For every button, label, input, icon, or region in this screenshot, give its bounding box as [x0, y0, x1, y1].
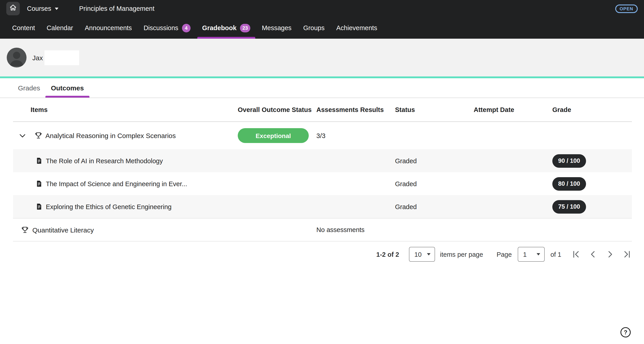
pager-controls [571, 250, 632, 259]
chevron-down-icon [536, 253, 540, 255]
student-header: Jax [0, 39, 644, 77]
last-page-button[interactable] [622, 250, 632, 259]
chevron-down-icon[interactable] [17, 132, 28, 139]
gradebook-tabs: Grades Outcomes [0, 78, 644, 98]
nav-item-discussions[interactable]: Discussions 4 [138, 17, 196, 39]
outcome-row: Quantitative Literacy No assessments [13, 219, 632, 241]
trophy-icon [34, 132, 42, 139]
document-icon [36, 157, 43, 165]
chevron-down-icon [55, 8, 58, 10]
pagination-bar: 1-2 of 2 10 items per page Page 1 of 1 [13, 241, 632, 262]
course-title: Principles of Management [79, 5, 154, 12]
grade-badge: 80 / 100 [552, 177, 586, 190]
assessment-row: The Impact of Science and Engineering in… [13, 172, 632, 195]
table-header-row: Items Overall Outcome Status Assessments… [13, 98, 632, 122]
assessment-status: Graded [395, 180, 474, 187]
document-icon [36, 180, 43, 188]
gradebook-count-badge: 23 [240, 24, 250, 32]
items-per-page-label: items per page [440, 251, 483, 258]
teal-divider [0, 77, 644, 78]
nav-item-groups[interactable]: Groups [297, 17, 330, 39]
assessment-row: Exploring the Ethics of Genetic Engineer… [13, 195, 632, 219]
avatar [7, 48, 26, 68]
assessment-title: The Impact of Science and Engineering in… [46, 180, 187, 187]
outcomes-table: Items Overall Outcome Status Assessments… [13, 98, 632, 241]
assessment-row: The Role of AI in Research Methodology G… [13, 149, 632, 172]
previous-page-button[interactable] [588, 250, 598, 259]
home-icon [10, 4, 17, 13]
col-header-overall-outcome-status: Overall Outcome Status [238, 106, 316, 113]
outcome-status-badge: Exceptional [238, 128, 309, 143]
page-label: Page [496, 251, 512, 258]
discussions-count-badge: 4 [182, 24, 190, 32]
outcome-title: Analytical Reasoning in Complex Scenario… [46, 132, 176, 139]
nav-item-messages[interactable]: Messages [256, 17, 297, 39]
tab-outcomes[interactable]: Outcomes [46, 78, 89, 98]
tab-grades[interactable]: Grades [12, 78, 46, 98]
outcome-row: Analytical Reasoning in Complex Scenario… [13, 122, 632, 149]
assessments-results-value: No assessments [316, 226, 395, 233]
assessments-results-value: 3/3 [316, 132, 395, 139]
first-page-button[interactable] [571, 250, 581, 259]
courses-label: Courses [27, 5, 51, 12]
student-name: Jax [32, 50, 79, 65]
redacted-last-name [45, 50, 79, 65]
nav-item-gradebook[interactable]: Gradebook 23 [196, 17, 256, 39]
assessment-title: Exploring the Ethics of Genetic Engineer… [46, 203, 172, 210]
trophy-icon [21, 226, 29, 234]
help-icon: ? [620, 326, 632, 338]
page: Courses Principles of Management OPEN Co… [0, 0, 644, 344]
page-count-label: of 1 [550, 251, 561, 258]
home-button[interactable] [6, 2, 20, 15]
chevron-down-icon [427, 253, 430, 255]
person-icon [7, 48, 26, 68]
course-nav: Content Calendar Announcements Discussio… [0, 17, 644, 39]
col-header-grade: Grade [552, 106, 631, 113]
next-page-button[interactable] [605, 250, 615, 259]
courses-dropdown[interactable]: Courses [27, 5, 58, 12]
open-status-badge: OPEN [615, 4, 638, 13]
assessment-title: The Role of AI in Research Methodology [46, 157, 163, 164]
nav-item-content[interactable]: Content [6, 17, 41, 39]
help-button[interactable]: ? [620, 326, 632, 338]
col-header-status: Status [395, 106, 474, 113]
top-bar: Courses Principles of Management OPEN [0, 0, 644, 17]
results-range: 1-2 of 2 [376, 251, 399, 258]
document-icon [36, 203, 43, 210]
col-header-attempt-date: Attempt Date [474, 106, 552, 113]
nav-item-announcements[interactable]: Announcements [79, 17, 138, 39]
outcome-title: Quantitative Literacy [32, 226, 94, 234]
svg-text:?: ? [624, 329, 627, 336]
assessment-status: Graded [395, 203, 474, 210]
col-header-assessments-results: Assessments Results [316, 106, 395, 113]
assessment-status: Graded [395, 157, 474, 164]
grade-badge: 90 / 100 [552, 154, 586, 168]
items-per-page-select[interactable]: 10 [409, 247, 435, 262]
grade-badge: 75 / 100 [552, 200, 586, 213]
nav-item-calendar[interactable]: Calendar [41, 17, 79, 39]
nav-item-achievements[interactable]: Achievements [330, 17, 383, 39]
col-header-items: Items [13, 106, 238, 113]
page-number-select[interactable]: 1 [518, 247, 545, 262]
